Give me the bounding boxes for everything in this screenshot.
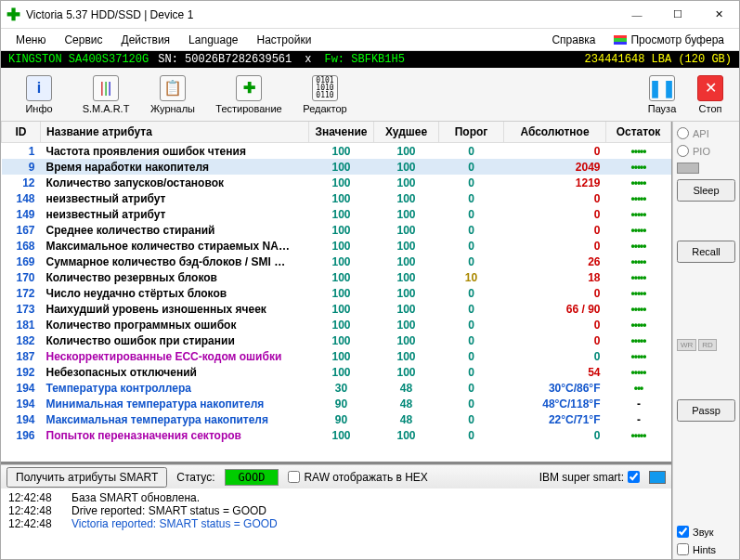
drive-sn: SN: 50026B7282639561 xyxy=(158,53,292,66)
raw-hex-checkbox[interactable]: RAW отображать в HEX xyxy=(288,471,427,484)
cell-value: 100 xyxy=(309,348,374,364)
table-row[interactable]: 169Суммарное количество бэд-блоков / SMI… xyxy=(2,254,671,269)
tab-info[interactable]: iИнфо xyxy=(6,71,71,119)
table-row[interactable]: 149неизвестный атрибут10010000••••• xyxy=(2,206,671,222)
cell-thresh: 0 xyxy=(439,143,504,160)
menu-main[interactable]: Меню xyxy=(6,31,55,49)
cell-worst: 100 xyxy=(374,175,439,190)
cell-abs: 0 xyxy=(504,238,606,254)
cell-abs: 0 xyxy=(504,427,606,443)
cell-remain: ••••• xyxy=(606,222,671,238)
menu-settings[interactable]: Настройки xyxy=(248,31,321,49)
cell-abs: 22°C/71°F xyxy=(504,411,606,427)
col-name[interactable]: Название атрибута xyxy=(41,122,309,143)
menu-actions[interactable]: Действия xyxy=(112,31,180,49)
cell-name: Максимальная температура накопителя xyxy=(41,411,309,427)
menu-buffer-view[interactable]: Просмотр буфера xyxy=(604,31,734,49)
sn-close-icon[interactable]: x xyxy=(301,53,315,66)
cell-remain: ••••• xyxy=(606,348,671,364)
cell-remain: ••••• xyxy=(606,332,671,348)
cell-name: Количество запусков/остановок xyxy=(41,175,309,190)
ibm-smart-checkbox[interactable]: IBM super smart: xyxy=(539,471,640,484)
menu-language[interactable]: Language xyxy=(179,31,247,49)
col-id[interactable]: ID xyxy=(2,122,41,143)
hints-checkbox[interactable]: Hints xyxy=(677,543,735,555)
stop-button[interactable]: ✕Стоп xyxy=(687,71,734,119)
col-worst[interactable]: Худшее xyxy=(374,122,439,143)
table-row[interactable]: 194Минимальная температура накопителя904… xyxy=(2,396,671,411)
minimize-button[interactable]: — xyxy=(617,2,657,28)
cell-thresh: 0 xyxy=(439,190,504,206)
table-row[interactable]: 168Максимальное количество стираемых NA…… xyxy=(2,238,671,254)
drive-fw: Fw: SBFKB1H5 xyxy=(324,53,404,66)
menu-help[interactable]: Справка xyxy=(542,31,604,49)
cell-abs: 26 xyxy=(504,254,606,269)
cell-id: 192 xyxy=(2,364,41,380)
table-row[interactable]: 148неизвестный атрибут10010000••••• xyxy=(2,190,671,206)
cell-value: 100 xyxy=(309,332,374,348)
tab-testing[interactable]: ✚Тестирование xyxy=(207,71,291,119)
tab-editor[interactable]: 010110100110Редактор xyxy=(292,71,357,119)
tab-smart[interactable]: |||S.M.A.R.T xyxy=(73,71,138,119)
cell-remain: ••••• xyxy=(606,254,671,269)
sound-checkbox[interactable]: Звук xyxy=(677,526,735,538)
editor-icon: 010110100110 xyxy=(312,75,338,101)
cell-id: 194 xyxy=(2,396,41,411)
cell-worst: 100 xyxy=(374,254,439,269)
cell-worst: 100 xyxy=(374,332,439,348)
plus-icon: ✚ xyxy=(236,75,262,101)
pause-button[interactable]: ❚❚Пауза xyxy=(639,71,685,119)
cell-name: Время наработки накопителя xyxy=(41,159,309,175)
col-value[interactable]: Значение xyxy=(309,122,374,143)
col-abs[interactable]: Абсолютное xyxy=(504,122,606,143)
get-smart-button[interactable]: Получить атрибуты SMART xyxy=(6,467,167,488)
table-row[interactable]: 12Количество запусков/остановок100100012… xyxy=(2,175,671,190)
log-row: 12:42:48Victoria reported: SMART status … xyxy=(8,517,664,530)
cell-worst: 100 xyxy=(374,317,439,332)
table-row[interactable]: 173Наихудший уровень изношенных ячеек100… xyxy=(2,301,671,317)
table-row[interactable]: 187Нескорректированные ECC-кодом ошибки1… xyxy=(2,348,671,364)
cell-worst: 48 xyxy=(374,411,439,427)
side-panel: API PIO Sleep Recall WR RD Passp Звук Hi… xyxy=(672,122,739,560)
cell-worst: 100 xyxy=(374,348,439,364)
maximize-button[interactable]: ☐ xyxy=(657,2,698,28)
cell-value: 100 xyxy=(309,222,374,238)
table-row[interactable]: 194Максимальная температура накопителя90… xyxy=(2,411,671,427)
col-remain[interactable]: Остаток xyxy=(606,122,671,143)
log-msg: Drive reported: SMART status = GOOD xyxy=(71,504,266,517)
cell-abs: 1219 xyxy=(504,175,606,190)
radio-api[interactable]: API xyxy=(677,127,735,139)
table-row[interactable]: 192Небезопасных отключений100100054••••• xyxy=(2,364,671,380)
cell-thresh: 0 xyxy=(439,206,504,222)
table-row[interactable]: 9Время наработки накопителя10010002049••… xyxy=(2,159,671,175)
cell-abs: 30°C/86°F xyxy=(504,380,606,396)
table-row[interactable]: 167Среднее количество стираний10010000••… xyxy=(2,222,671,238)
menu-service[interactable]: Сервис xyxy=(55,31,111,49)
cell-worst: 48 xyxy=(374,396,439,411)
log-pane[interactable]: 12:42:48База SMART обновлена.12:42:48Dri… xyxy=(1,488,671,560)
table-row[interactable]: 181Количество программных ошибок10010000… xyxy=(2,317,671,332)
table-row[interactable]: 170Количество резервных блоков1001001018… xyxy=(2,269,671,285)
smart-table-wrap[interactable]: ID Название атрибута Значение Худшее Пор… xyxy=(1,122,671,464)
recall-button[interactable]: Recall xyxy=(677,241,735,263)
table-row[interactable]: 196Попыток переназначения секторов100100… xyxy=(2,427,671,443)
table-row[interactable]: 182Количество ошибок при стирании1001000… xyxy=(2,332,671,348)
cell-id: 167 xyxy=(2,222,41,238)
cell-value: 100 xyxy=(309,143,374,160)
table-row[interactable]: 1Частота проявления ошибок чтения1001000… xyxy=(2,143,671,160)
cell-id: 12 xyxy=(2,175,41,190)
table-row[interactable]: 172Число неудачно стёртых блоков10010000… xyxy=(2,285,671,301)
sleep-button[interactable]: Sleep xyxy=(677,179,735,202)
close-button[interactable]: ✕ xyxy=(698,2,739,28)
radio-pio[interactable]: PIO xyxy=(677,145,735,157)
info-icon: i xyxy=(26,75,52,101)
table-row[interactable]: 194Температура контроллера3048030°C/86°F… xyxy=(2,380,671,396)
log-msg: База SMART обновлена. xyxy=(71,491,200,504)
wr-rd-tags: WR RD xyxy=(677,339,735,351)
titlebar: ✚ Victoria 5.37 HDD/SSD | Device 1 — ☐ ✕ xyxy=(1,1,739,29)
col-thresh[interactable]: Порог xyxy=(439,122,504,143)
tab-journals[interactable]: 📋Журналы xyxy=(140,71,205,119)
cell-abs: 0 xyxy=(504,143,606,160)
cell-id: 187 xyxy=(2,348,41,364)
passp-button[interactable]: Passp xyxy=(677,399,735,422)
